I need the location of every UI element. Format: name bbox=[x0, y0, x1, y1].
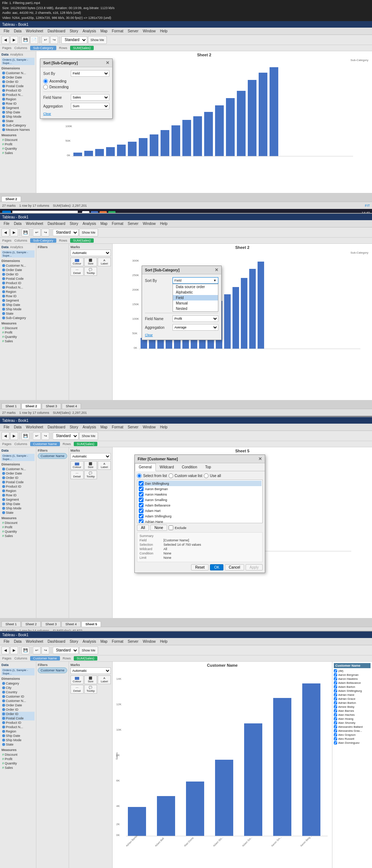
menu-data-1[interactable]: Data bbox=[12, 29, 24, 33]
customer-item-aaron-s-3[interactable]: Aaron Smalling bbox=[138, 497, 262, 502]
measure-names-1[interactable]: Measure Names bbox=[1, 128, 35, 132]
dim-pcode-3[interactable]: Postal Code bbox=[1, 480, 35, 484]
dim-pcode-2[interactable]: Postal Code bbox=[1, 276, 35, 281]
meas-disc-4[interactable]: # Discount bbox=[1, 752, 35, 757]
menu-window-4[interactable]: Window bbox=[141, 639, 158, 643]
dim-pid-4[interactable]: Product ID bbox=[1, 720, 35, 725]
customer-check-adrian-h-3[interactable] bbox=[139, 519, 143, 523]
select-from-list-radio-3[interactable] bbox=[137, 473, 142, 478]
undo-button-1[interactable]: ↩ bbox=[41, 36, 49, 44]
marks-type-3[interactable]: Automatic bbox=[70, 453, 111, 460]
mark-tooltip-2[interactable]: 💬Tooltip bbox=[84, 267, 97, 276]
meas-qty-4[interactable]: # Quantity bbox=[1, 761, 35, 766]
redo-btn-2[interactable]: ↪ bbox=[41, 229, 49, 237]
customer-check-adam-h-3[interactable] bbox=[139, 508, 143, 513]
menu-help-3[interactable]: Help bbox=[158, 425, 170, 429]
menu-map-3[interactable]: Map bbox=[98, 425, 109, 429]
clear-button-1[interactable]: Clear bbox=[43, 112, 51, 116]
dim-shipdate-2[interactable]: Ship Date bbox=[1, 303, 35, 307]
filter-alan-shonely-4[interactable]: Alan Shonely bbox=[334, 721, 371, 725]
menu-data-2[interactable]: Data bbox=[12, 222, 24, 226]
opt-field-2[interactable]: Field bbox=[173, 295, 218, 300]
filter-alan-hoang-4[interactable]: Alan Hoang bbox=[334, 717, 371, 721]
menu-map-2[interactable]: Map bbox=[98, 222, 109, 226]
customer-check-dan-3[interactable] bbox=[139, 481, 143, 486]
dim-country-4[interactable]: Country bbox=[1, 690, 35, 694]
menu-server-4[interactable]: Server bbox=[126, 639, 141, 643]
filter-tab-general-3[interactable]: General bbox=[135, 463, 156, 471]
all-btn-3[interactable]: All bbox=[137, 525, 149, 531]
dim-subcat-2[interactable]: Sub-Category bbox=[1, 316, 35, 320]
filter-alan-shonely-check-4[interactable] bbox=[334, 721, 337, 724]
dim-order-id-1[interactable]: Order ID bbox=[1, 80, 35, 84]
dim-shipmode-3[interactable]: Ship Mode bbox=[1, 506, 35, 510]
save-button-1[interactable]: 💾 bbox=[21, 36, 29, 44]
dim-ship-date-1[interactable]: Ship Date bbox=[1, 110, 35, 114]
standard-dropdown-1[interactable]: Standard bbox=[61, 36, 87, 44]
meas-sales-1[interactable]: # Sales bbox=[1, 151, 35, 155]
menu-map-4[interactable]: Map bbox=[98, 639, 109, 643]
dim-rowid-3[interactable]: Row ID bbox=[1, 493, 35, 497]
menu-format-1[interactable]: Format bbox=[110, 29, 126, 33]
dim-customer-name-1[interactable]: Customer N... bbox=[1, 71, 35, 75]
start-button-1[interactable]: ⊞ bbox=[2, 211, 11, 214]
sort-dialog-close-2[interactable]: ✕ bbox=[215, 267, 218, 272]
meas-profit-2[interactable]: # Profit bbox=[1, 330, 35, 335]
menu-worksheet-1[interactable]: Worksheet bbox=[24, 29, 45, 33]
menu-file-4[interactable]: File bbox=[1, 639, 12, 643]
filter-aaron-b-4[interactable]: Aaron Bergman bbox=[334, 673, 371, 677]
dim-oid-2[interactable]: Order ID bbox=[1, 272, 35, 276]
tab-sheet2-2[interactable]: Sheet 2 bbox=[21, 403, 41, 409]
menu-data-4[interactable]: Data bbox=[12, 639, 24, 643]
back-btn-4[interactable]: ◀ bbox=[1, 646, 9, 654]
filter-alex-russell-4[interactable]: Alex Russell bbox=[334, 737, 371, 741]
dim-pname-2[interactable]: Product N... bbox=[1, 285, 35, 290]
fit-btn-1[interactable]: FIT bbox=[365, 204, 370, 207]
filter-adrian-hane-check-4[interactable] bbox=[334, 693, 337, 697]
filter-adrian-barton-4[interactable]: Adrian Barton bbox=[334, 701, 371, 705]
customer-item-adrian-h-3[interactable]: Adrian Hane bbox=[138, 519, 262, 523]
menu-story-3[interactable]: Story bbox=[68, 425, 80, 429]
back-button-1[interactable]: ◀ bbox=[1, 36, 9, 44]
data-tab-3[interactable]: Data bbox=[1, 449, 35, 452]
taskbar-icon-tableau-1[interactable] bbox=[108, 211, 116, 214]
mark-color-3[interactable]: Colour bbox=[70, 461, 84, 470]
opt-datasource-2[interactable]: Data source order bbox=[173, 284, 218, 290]
tab-s3-3[interactable]: Sheet 3 bbox=[41, 621, 61, 627]
dim-postal-code-1[interactable]: Postal Code bbox=[1, 84, 35, 88]
customer-name-filter-pill-3[interactable]: Customer Name bbox=[38, 453, 67, 459]
menu-format-4[interactable]: Format bbox=[110, 639, 126, 643]
menu-worksheet-3[interactable]: Worksheet bbox=[24, 425, 45, 429]
dim-shipmode-2[interactable]: Ship Mode bbox=[1, 307, 35, 311]
redo-btn-4[interactable]: ↪ bbox=[41, 646, 49, 654]
filter-alan-dom-4[interactable]: Alan Dominguez bbox=[334, 741, 371, 745]
filter-all-4[interactable]: (All) bbox=[334, 669, 371, 673]
sort-dialog-close-1[interactable]: ✕ bbox=[106, 60, 109, 65]
dim-ship-mode-1[interactable]: Ship Mode bbox=[1, 114, 35, 119]
dim-segment-1[interactable]: Segment bbox=[1, 106, 35, 110]
tab-s5-3[interactable]: Sheet 5 bbox=[81, 621, 101, 627]
dim-pname-4[interactable]: Product N... bbox=[1, 725, 35, 729]
menu-story-4[interactable]: Story bbox=[68, 639, 80, 643]
filter-tab-top-3[interactable]: Top bbox=[201, 463, 215, 471]
meas-sales-4[interactable]: # Sales bbox=[1, 766, 35, 770]
filter-adam-barton-check-4[interactable] bbox=[334, 685, 337, 689]
customer-item-adam-sh-3[interactable]: Adam Shillingburg bbox=[138, 513, 262, 519]
sort-by-select-1[interactable]: Field bbox=[71, 70, 109, 77]
back-btn-2[interactable]: ◀ bbox=[1, 229, 9, 237]
filter-aimee-4[interactable]: Aimee Bixby bbox=[334, 705, 371, 709]
menu-help-1[interactable]: Help bbox=[158, 29, 170, 33]
dim-custname-4[interactable]: Customer N... bbox=[1, 699, 35, 703]
none-btn-3[interactable]: None bbox=[150, 525, 167, 531]
save-btn-4[interactable]: 💾 bbox=[21, 646, 29, 654]
reset-btn-3[interactable]: Reset bbox=[191, 564, 209, 570]
menu-worksheet-4[interactable]: Worksheet bbox=[24, 639, 45, 643]
dim-rowid-2[interactable]: Row ID bbox=[1, 294, 35, 298]
dim-pid-3[interactable]: Product ID bbox=[1, 484, 35, 489]
marks-type-select-2[interactable]: Automatic Bar bbox=[70, 250, 111, 256]
meas-profit-3[interactable]: # Profit bbox=[1, 525, 35, 529]
menu-window-2[interactable]: Window bbox=[141, 222, 158, 226]
filter-tab-condition-3[interactable]: Condition bbox=[178, 463, 201, 471]
taskbar-icon-firefox-1[interactable] bbox=[100, 211, 107, 214]
filter-aless-grave-check-4[interactable] bbox=[334, 729, 337, 732]
